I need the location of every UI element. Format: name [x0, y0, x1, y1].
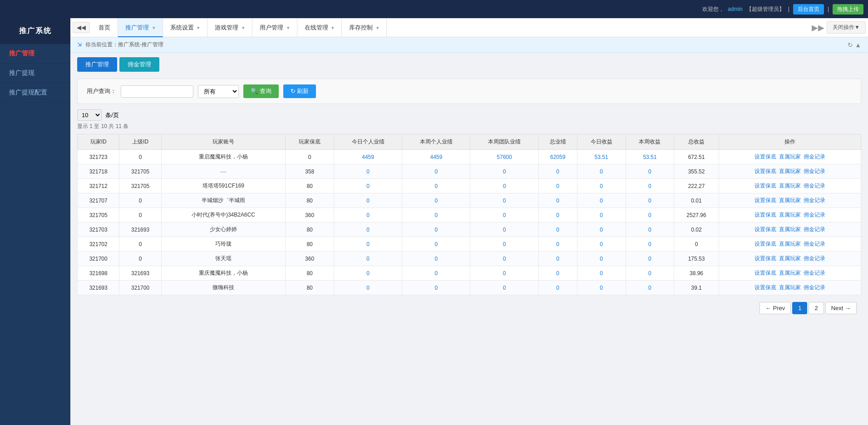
prev-page-btn[interactable]: ← Prev	[760, 302, 791, 314]
table-row: 321718321705····358000000355.52设置保底直属玩家佣…	[78, 164, 861, 179]
tab-promotion-mgmt[interactable]: 推广管理 ▾	[118, 18, 163, 37]
top-bar: 欢迎您， admin 【超级管理员】 | 后台首页 | 拖拽上传	[0, 0, 868, 18]
action-link-直属玩家[interactable]: 直属玩家	[779, 241, 801, 247]
action-link-直属玩家[interactable]: 直属玩家	[779, 284, 801, 291]
tab-user-mgmt[interactable]: 用户管理 ▾	[252, 18, 297, 37]
table-row: 3217000张天瑶360000000175.53设置保底直属玩家佣金记录	[78, 252, 861, 266]
col-week-income: 本周收益	[626, 134, 674, 150]
welcome-text: 欢迎您，	[702, 5, 724, 13]
action-link-设置保底[interactable]: 设置保底	[755, 168, 776, 174]
data-table: 玩家ID 上级ID 玩家账号 玩家保底 今日个人业绩 本周个人业绩 本周团队业绩…	[77, 134, 861, 295]
next-page-btn[interactable]: Next →	[825, 302, 857, 314]
filter-section: 用户查询： 所有 玩家ID 玩家账号 🔍 查询 ↻ 刷新	[77, 79, 861, 104]
breadcrumb-icon: ⇲	[77, 41, 82, 48]
table-row: 3217070半城烟沙゛半城雨800000000.01设置保底直属玩家佣金记录	[78, 193, 861, 208]
tab-inventory-label: 库存控制	[349, 24, 373, 31]
col-today-personal: 今日个人业绩	[334, 134, 402, 150]
search-btn[interactable]: 🔍 查询	[243, 84, 279, 98]
divider-1: |	[788, 6, 789, 12]
sidebar: 推广系统 推广管理 推广提现 推广提现配置	[0, 18, 70, 425]
action-link-直属玩家[interactable]: 直属玩家	[779, 168, 801, 174]
tab-game-mgmt[interactable]: 游戏管理 ▾	[207, 18, 252, 37]
col-player-id: 玩家ID	[78, 134, 119, 150]
action-link-直属玩家[interactable]: 直属玩家	[779, 255, 801, 262]
breadcrumb: ⇲ 你当前位置：推广系统-推广管理	[77, 41, 163, 49]
tab-promotion-label: 推广管理	[125, 24, 149, 31]
action-link-直属玩家[interactable]: 直属玩家	[779, 153, 801, 160]
tab-user-arrow: ▾	[287, 25, 290, 30]
sidebar-item-withdrawal-config[interactable]: 推广提现配置	[0, 83, 70, 103]
table-row: 321693321700微嗨科技8000000039.1设置保底直属玩家佣金记录	[78, 281, 861, 295]
action-link-佣金记录[interactable]: 佣金记录	[804, 284, 825, 291]
sidebar-item-withdrawal[interactable]: 推广提现	[0, 64, 70, 83]
nav-forward-btn[interactable]: ▶▶	[812, 23, 824, 33]
main-layout: 推广系统 推广管理 推广提现 推广提现配置 ◀◀ 首页 推广管理 ▾ 系统设置 …	[0, 18, 868, 425]
divider-2: |	[828, 6, 829, 12]
action-link-设置保底[interactable]: 设置保底	[755, 183, 776, 189]
action-link-佣金记录[interactable]: 佣金记录	[804, 183, 825, 189]
tab-system-label: 系统设置	[170, 24, 194, 31]
action-link-设置保底[interactable]: 设置保底	[755, 197, 776, 203]
content-area: ◀◀ 首页 推广管理 ▾ 系统设置 ▾ 游戏管理 ▾ 用户管理 ▾ 在线管理 ▾	[70, 18, 868, 425]
action-link-佣金记录[interactable]: 佣金记录	[804, 255, 825, 262]
upload-btn[interactable]: 拖拽上传	[833, 4, 863, 15]
col-total-income: 总收益	[674, 134, 719, 150]
admin-link[interactable]: admin	[728, 6, 743, 12]
tab-btn-promotion[interactable]: 推广管理	[77, 57, 117, 72]
tab-online-mgmt[interactable]: 在线管理 ▾	[297, 18, 342, 37]
tab-game-label: 游戏管理	[215, 24, 238, 31]
action-link-直属玩家[interactable]: 直属玩家	[779, 226, 801, 232]
tab-home[interactable]: 首页	[91, 18, 118, 37]
tab-game-arrow: ▾	[242, 25, 245, 30]
action-link-佣金记录[interactable]: 佣金记录	[804, 270, 825, 276]
pagination-row: ← Prev 1 2 Next →	[77, 295, 861, 321]
sidebar-item-promotion[interactable]: 推广管理	[0, 44, 70, 64]
page-2-btn[interactable]: 2	[809, 302, 824, 314]
action-link-佣金记录[interactable]: 佣金记录	[804, 168, 825, 174]
perpage-row: 10 20 50 100 条/页	[77, 109, 861, 121]
page-tab-buttons: 推广管理 佣金管理	[77, 57, 861, 72]
breadcrumb-collapse-btn[interactable]: ▲	[855, 41, 861, 49]
refresh-btn-label: 刷新	[297, 88, 309, 94]
action-link-设置保底[interactable]: 设置保底	[755, 153, 776, 160]
table-row: 3217050小时代(养号中)34B2A6CC3600000002527.96设…	[78, 208, 861, 222]
table-row: 321712321705塔塔塔591CF16980000000222.27设置保…	[78, 179, 861, 193]
action-link-佣金记录[interactable]: 佣金记录	[804, 226, 825, 232]
page-content: 推广管理 佣金管理 用户查询： 所有 玩家ID 玩家账号 🔍 查询 ↻ 刷	[70, 53, 868, 425]
filter-input[interactable]	[121, 85, 193, 98]
action-link-直属玩家[interactable]: 直属玩家	[779, 197, 801, 203]
action-link-直属玩家[interactable]: 直属玩家	[779, 212, 801, 218]
action-link-设置保底[interactable]: 设置保底	[755, 284, 776, 291]
nav-bar: ◀◀ 首页 推广管理 ▾ 系统设置 ▾ 游戏管理 ▾ 用户管理 ▾ 在线管理 ▾	[70, 18, 868, 37]
tab-btn-commission[interactable]: 佣金管理	[119, 57, 159, 72]
breadcrumb-refresh-btn[interactable]: ↻	[848, 41, 853, 49]
action-link-佣金记录[interactable]: 佣金记录	[804, 212, 825, 218]
nav-back-btn[interactable]: ◀◀	[73, 22, 90, 33]
filter-select[interactable]: 所有 玩家ID 玩家账号	[198, 85, 239, 98]
tab-inventory[interactable]: 库存控制 ▾	[342, 18, 387, 37]
page-1-btn[interactable]: 1	[792, 302, 807, 314]
col-week-personal: 本周个人业绩	[402, 134, 470, 150]
action-link-佣金记录[interactable]: 佣金记录	[804, 197, 825, 203]
perpage-select[interactable]: 10 20 50 100	[77, 109, 102, 121]
action-link-设置保底[interactable]: 设置保底	[755, 241, 776, 247]
home-link-btn[interactable]: 后台首页	[793, 4, 824, 15]
col-today-income: 今日收益	[577, 134, 626, 150]
tab-inventory-arrow: ▾	[376, 25, 379, 30]
refresh-icon: ↻	[291, 88, 296, 94]
action-link-设置保底[interactable]: 设置保底	[755, 270, 776, 276]
sidebar-title: 推广系统	[0, 18, 70, 44]
action-link-设置保底[interactable]: 设置保底	[755, 255, 776, 262]
action-link-佣金记录[interactable]: 佣金记录	[804, 241, 825, 247]
action-link-设置保底[interactable]: 设置保底	[755, 212, 776, 218]
tab-system-settings[interactable]: 系统设置 ▾	[163, 18, 208, 37]
tab-online-arrow: ▾	[331, 25, 334, 30]
close-ops-btn[interactable]: 关闭操作▼	[827, 21, 866, 34]
action-link-设置保底[interactable]: 设置保底	[755, 226, 776, 232]
refresh-btn[interactable]: ↻ 刷新	[283, 84, 316, 98]
action-link-佣金记录[interactable]: 佣金记录	[804, 153, 825, 160]
action-link-直属玩家[interactable]: 直属玩家	[779, 183, 801, 189]
col-guarantee: 玩家保底	[286, 134, 334, 150]
table-row: 321703321693少女心婷婷800000000.02设置保底直属玩家佣金记…	[78, 222, 861, 237]
action-link-直属玩家[interactable]: 直属玩家	[779, 270, 801, 276]
